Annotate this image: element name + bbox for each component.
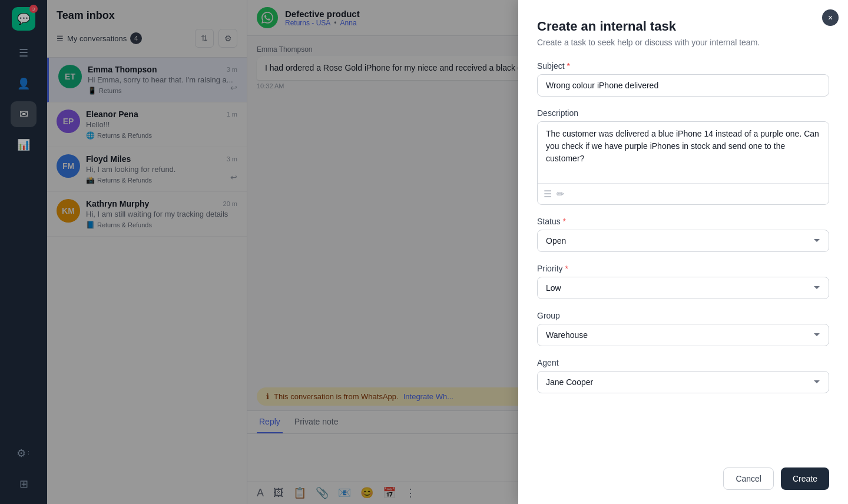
subject-group: Subject * xyxy=(537,61,829,97)
modal-title: Create an internal task xyxy=(537,19,829,34)
priority-required: * xyxy=(565,264,568,273)
modal-footer: Cancel Create xyxy=(723,467,829,490)
description-label: Description xyxy=(537,108,829,118)
status-label: Status * xyxy=(537,217,829,226)
create-button[interactable]: Create xyxy=(781,467,829,490)
group-label: Group xyxy=(537,311,829,320)
agent-group: Agent Jane Cooper Anna Smith Bob Jones xyxy=(537,358,829,393)
agent-label: Agent xyxy=(537,358,829,367)
status-group: Status * Open Closed Pending xyxy=(537,217,829,252)
status-required: * xyxy=(563,217,566,226)
modal-close-button[interactable]: × xyxy=(822,9,839,26)
subject-input[interactable] xyxy=(537,74,829,97)
modal-subtitle: Create a task to seek help or discuss wi… xyxy=(537,38,829,47)
agent-select[interactable]: Jane Cooper Anna Smith Bob Jones xyxy=(537,371,829,393)
group-group: Group Warehouse Support Sales xyxy=(537,311,829,346)
textarea-toolbar: ☰ ✏ xyxy=(538,183,829,204)
textarea-edit-icon[interactable]: ✏ xyxy=(556,188,564,200)
description-group: Description The customer was delivered a… xyxy=(537,108,829,205)
create-task-modal: × Create an internal task Create a task … xyxy=(518,0,848,504)
group-select[interactable]: Warehouse Support Sales xyxy=(537,324,829,346)
textarea-template-icon[interactable]: ☰ xyxy=(544,188,552,200)
priority-label: Priority * xyxy=(537,264,829,273)
cancel-button[interactable]: Cancel xyxy=(723,467,774,490)
subject-label: Subject * xyxy=(537,61,829,71)
subject-required: * xyxy=(567,61,570,71)
status-select[interactable]: Open Closed Pending xyxy=(537,230,829,252)
priority-select[interactable]: Low Medium High Urgent xyxy=(537,277,829,299)
description-input[interactable]: The customer was delivered a blue iPhone… xyxy=(538,122,829,181)
description-wrapper: The customer was delivered a blue iPhone… xyxy=(537,121,829,205)
priority-group: Priority * Low Medium High Urgent xyxy=(537,264,829,299)
